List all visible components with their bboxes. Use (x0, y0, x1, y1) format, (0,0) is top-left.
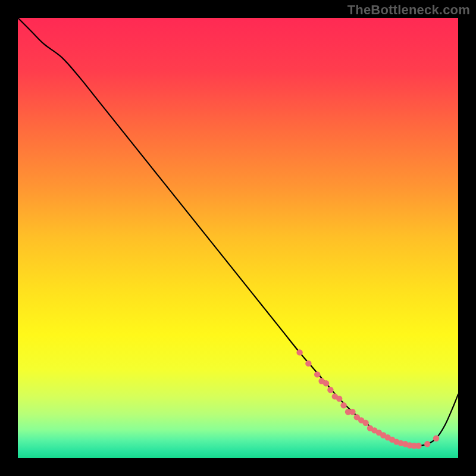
plot-svg (18, 18, 458, 458)
highlight-marker (433, 436, 439, 441)
highlight-marker (362, 420, 368, 426)
highlight-marker (415, 443, 421, 449)
highlight-marker (336, 396, 342, 402)
highlight-marker (340, 402, 346, 408)
highlight-marker (296, 349, 302, 355)
highlight-marker (305, 361, 311, 367)
highlight-marker (314, 371, 320, 377)
highlight-marker (323, 380, 329, 386)
highlight-marker (327, 387, 333, 393)
watermark-label: TheBottleneck.com (347, 2, 470, 18)
highlight-marker (424, 441, 430, 447)
highlight-marker (349, 409, 355, 415)
plot-area (18, 18, 458, 458)
gradient-background (18, 18, 458, 458)
chart-frame: TheBottleneck.com (0, 0, 476, 476)
